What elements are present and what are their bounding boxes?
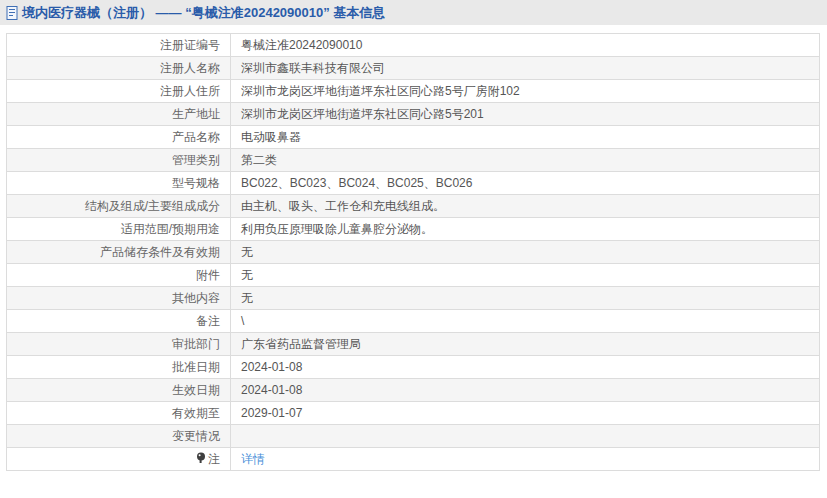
table-row: 有效期至 2029-01-07 bbox=[7, 402, 820, 425]
row-value: 2029-01-07 bbox=[231, 402, 820, 425]
table-row: 变更情况 bbox=[7, 425, 820, 448]
row-label: 管理类别 bbox=[7, 149, 231, 172]
row-value: 电动吸鼻器 bbox=[231, 126, 820, 149]
table-row: 管理类别 第二类 bbox=[7, 149, 820, 172]
row-value: 无 bbox=[231, 241, 820, 264]
table-row: 其他内容 无 bbox=[7, 287, 820, 310]
row-value: 2024-01-08 bbox=[231, 379, 820, 402]
table-row-note: 注 详情 bbox=[7, 448, 820, 471]
table-row: 注册人住所 深圳市龙岗区坪地街道坪东社区同心路5号厂房附102 bbox=[7, 80, 820, 103]
table-row: 审批部门 广东省药品监督管理局 bbox=[7, 333, 820, 356]
row-label: 有效期至 bbox=[7, 402, 231, 425]
row-label: 批准日期 bbox=[7, 356, 231, 379]
row-label: 注册证编号 bbox=[7, 34, 231, 57]
row-label: 生产地址 bbox=[7, 103, 231, 126]
row-value: 深圳市龙岗区坪地街道坪东社区同心路5号厂房附102 bbox=[231, 80, 820, 103]
row-label: 备注 bbox=[7, 310, 231, 333]
row-label: 注册人名称 bbox=[7, 57, 231, 80]
details-link[interactable]: 详情 bbox=[241, 452, 265, 466]
row-value: 利用负压原理吸除儿童鼻腔分泌物。 bbox=[231, 218, 820, 241]
row-label: 注 bbox=[208, 452, 220, 466]
table-row: 生产地址 深圳市龙岗区坪地街道坪东社区同心路5号201 bbox=[7, 103, 820, 126]
table-row: 注册人名称 深圳市鑫联丰科技有限公司 bbox=[7, 57, 820, 80]
table-row: 适用范围/预期用途 利用负压原理吸除儿童鼻腔分泌物。 bbox=[7, 218, 820, 241]
row-value: 由主机、吸头、工作仓和充电线组成。 bbox=[231, 195, 820, 218]
row-label: 附件 bbox=[7, 264, 231, 287]
row-value: 2024-01-08 bbox=[231, 356, 820, 379]
row-label: 结构及组成/主要组成成分 bbox=[7, 195, 231, 218]
note-pin-icon bbox=[196, 452, 206, 464]
row-label: 产品名称 bbox=[7, 126, 231, 149]
row-label: 生效日期 bbox=[7, 379, 231, 402]
row-label: 产品储存条件及有效期 bbox=[7, 241, 231, 264]
row-value: 无 bbox=[231, 264, 820, 287]
row-label: 变更情况 bbox=[7, 425, 231, 448]
table-row: 型号规格 BC022、BC023、BC024、BC025、BC026 bbox=[7, 172, 820, 195]
registration-info-table: 注册证编号 粤械注准20242090010 注册人名称 深圳市鑫联丰科技有限公司… bbox=[6, 33, 820, 471]
table-row: 产品储存条件及有效期 无 bbox=[7, 241, 820, 264]
table-row: 生效日期 2024-01-08 bbox=[7, 379, 820, 402]
table-row: 批准日期 2024-01-08 bbox=[7, 356, 820, 379]
page-title: 境内医疗器械（注册） —— “粤械注准20242090010” 基本信息 bbox=[22, 4, 385, 22]
row-label-note: 注 bbox=[7, 448, 231, 471]
table-row: 备注 \ bbox=[7, 310, 820, 333]
row-value: 粤械注准20242090010 bbox=[231, 34, 820, 57]
row-label: 注册人住所 bbox=[7, 80, 231, 103]
row-label: 适用范围/预期用途 bbox=[7, 218, 231, 241]
table-row: 附件 无 bbox=[7, 264, 820, 287]
page-header: 境内医疗器械（注册） —— “粤械注准20242090010” 基本信息 bbox=[0, 0, 827, 25]
row-value: 第二类 bbox=[231, 149, 820, 172]
row-value: 无 bbox=[231, 287, 820, 310]
table-row: 结构及组成/主要组成成分 由主机、吸头、工作仓和充电线组成。 bbox=[7, 195, 820, 218]
row-value: 广东省药品监督管理局 bbox=[231, 333, 820, 356]
document-icon bbox=[6, 6, 18, 20]
row-value: \ bbox=[231, 310, 820, 333]
row-value: 深圳市龙岗区坪地街道坪东社区同心路5号201 bbox=[231, 103, 820, 126]
row-label: 型号规格 bbox=[7, 172, 231, 195]
row-label: 其他内容 bbox=[7, 287, 231, 310]
row-value-note: 详情 bbox=[231, 448, 820, 471]
row-value: BC022、BC023、BC024、BC025、BC026 bbox=[231, 172, 820, 195]
table-row: 注册证编号 粤械注准20242090010 bbox=[7, 34, 820, 57]
row-label: 审批部门 bbox=[7, 333, 231, 356]
table-row: 产品名称 电动吸鼻器 bbox=[7, 126, 820, 149]
row-value: 深圳市鑫联丰科技有限公司 bbox=[231, 57, 820, 80]
row-value bbox=[231, 425, 820, 448]
